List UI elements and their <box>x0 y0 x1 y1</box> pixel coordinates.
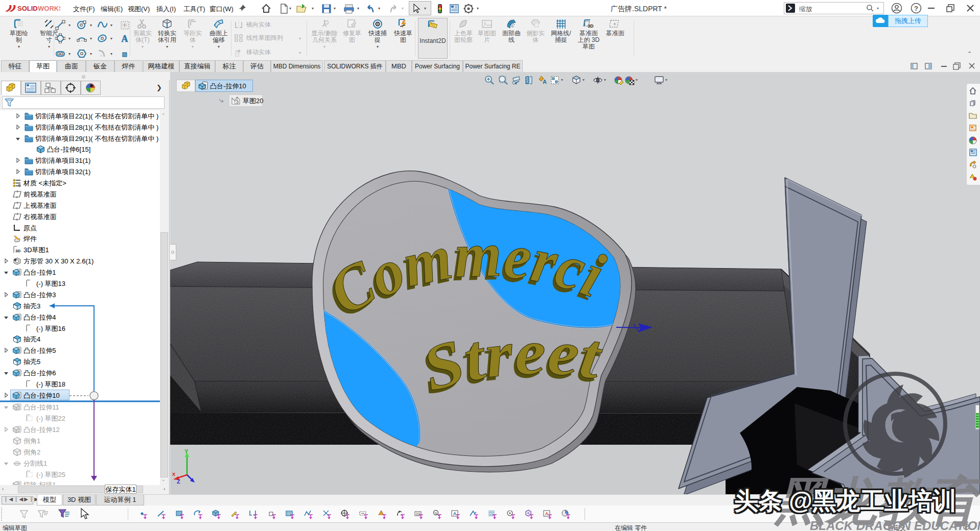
svg-text:A: A <box>122 34 128 43</box>
svg-text:WORKS: WORKS <box>38 5 60 12</box>
svg-text:?: ? <box>914 5 918 12</box>
svg-text:x: x <box>172 471 176 477</box>
svg-text:Z: Z <box>177 478 180 485</box>
svg-text:Y: Y <box>184 448 189 454</box>
svg-text:A: A <box>543 79 547 85</box>
svg-text:SOLID: SOLID <box>17 5 38 12</box>
